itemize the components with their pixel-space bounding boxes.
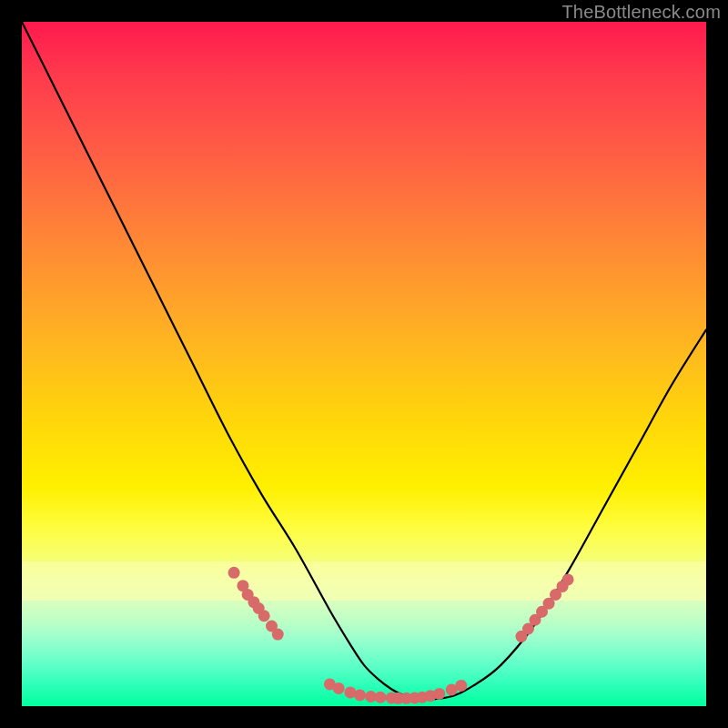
data-marker [272, 629, 284, 641]
plot-area [22, 22, 706, 706]
data-marker [562, 573, 574, 585]
data-marker [333, 682, 345, 694]
data-marker [354, 689, 366, 701]
watermark-text: TheBottleneck.com [561, 2, 721, 23]
data-marker [375, 692, 387, 703]
data-marker [228, 567, 240, 579]
marker-group [228, 567, 574, 704]
data-marker [455, 680, 467, 692]
data-marker [433, 688, 445, 700]
bottleneck-curve [22, 22, 706, 700]
chart-frame: TheBottleneck.com [0, 0, 728, 728]
curve-layer [22, 22, 706, 706]
data-marker [258, 610, 270, 622]
